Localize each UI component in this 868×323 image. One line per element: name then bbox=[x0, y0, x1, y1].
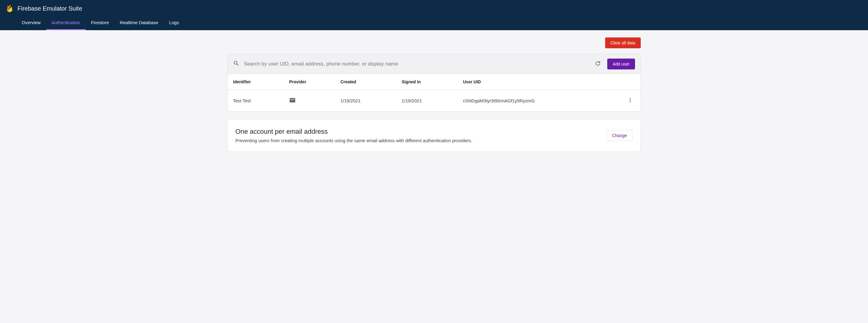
tab-logs[interactable]: Logs bbox=[163, 16, 184, 30]
settings-description: Preventing users from creating multiple … bbox=[236, 138, 472, 143]
app-header: Firebase Emulator Suite Overview Authent… bbox=[0, 0, 868, 30]
nav-tabs: Overview Authentication Firestore Realti… bbox=[0, 16, 868, 30]
cell-created: 1/19/2021 bbox=[340, 98, 402, 103]
cell-identifier: Test Test bbox=[233, 98, 289, 103]
more-vert-icon bbox=[627, 99, 633, 104]
tab-firestore[interactable]: Firestore bbox=[86, 16, 114, 30]
settings-text: One account per email address Preventing… bbox=[236, 128, 472, 143]
users-card: Add user Identifier Provider Created Sig… bbox=[227, 54, 641, 112]
column-header-identifier: Identifier bbox=[233, 79, 289, 84]
refresh-icon bbox=[595, 60, 601, 68]
settings-card: One account per email address Preventing… bbox=[227, 119, 641, 152]
cell-provider bbox=[289, 97, 340, 105]
refresh-button[interactable] bbox=[593, 58, 603, 69]
column-header-user-uid: User UID bbox=[463, 79, 617, 84]
search-icon bbox=[233, 60, 240, 68]
tab-overview[interactable]: Overview bbox=[16, 16, 46, 30]
header-top-row: Firebase Emulator Suite bbox=[0, 0, 868, 16]
table-header-row: Identifier Provider Created Signed In Us… bbox=[227, 74, 641, 90]
search-input[interactable] bbox=[244, 61, 589, 67]
add-user-button[interactable]: Add user bbox=[607, 59, 635, 69]
firebase-logo-icon bbox=[6, 4, 13, 13]
email-icon bbox=[289, 99, 296, 105]
column-header-provider: Provider bbox=[289, 79, 340, 84]
page-title: Firebase Emulator Suite bbox=[18, 5, 83, 12]
clear-all-data-button[interactable]: Clear all data bbox=[605, 37, 641, 48]
row-actions bbox=[617, 95, 635, 106]
tab-authentication[interactable]: Authentication bbox=[46, 16, 86, 30]
cell-signed-in: 1/19/2021 bbox=[402, 98, 463, 103]
main-content: Clear all data Add user Identifier Provi… bbox=[227, 30, 641, 159]
column-header-created: Created bbox=[340, 79, 402, 84]
row-more-button[interactable] bbox=[625, 95, 635, 106]
change-button[interactable]: Change bbox=[606, 130, 632, 141]
cell-user-uid: cSNDgaM3tyr3t9lzmAGf1y5RyzmG bbox=[463, 98, 617, 103]
table-row: Test Test 1/19/2021 1/19/2021 cSNDgaM3ty… bbox=[227, 90, 641, 111]
settings-title: One account per email address bbox=[236, 128, 472, 136]
top-actions-row: Clear all data bbox=[227, 37, 641, 54]
search-toolbar: Add user bbox=[227, 54, 641, 74]
column-header-signed-in: Signed In bbox=[402, 79, 463, 84]
tab-realtime-database[interactable]: Realtime Database bbox=[114, 16, 164, 30]
